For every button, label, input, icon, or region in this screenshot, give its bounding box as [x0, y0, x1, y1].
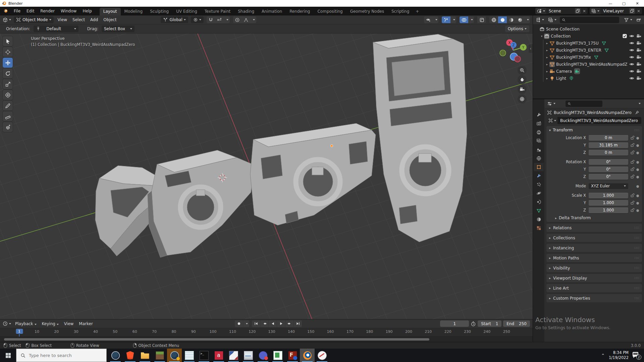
current-frame-field[interactable]: 1 [440, 320, 469, 327]
hide-eye-icon[interactable] [629, 48, 634, 53]
outliner-row-object-selected[interactable]: ▸ BucklingMT3V3_WeirdAssNumpadZ [533, 61, 644, 68]
options-button[interactable]: Options [505, 25, 529, 32]
tab-object-data[interactable] [534, 206, 544, 215]
properties-editor-type-button[interactable] [544, 101, 557, 106]
outliner-row-object[interactable]: ▸ BuckingMT3V3_175U [533, 40, 644, 47]
tab-geometry-nodes[interactable]: Geometry Nodes [346, 8, 388, 15]
tab-compositing[interactable]: Compositing [314, 8, 346, 15]
pan-view-button[interactable] [518, 75, 527, 84]
collection-checkbox[interactable] [622, 34, 627, 39]
jump-to-start-button[interactable] [252, 320, 260, 327]
lock-icon[interactable] [630, 135, 635, 140]
outliner-row-object[interactable]: ▸ BuckingMT3V3fix [533, 54, 644, 61]
delta-transform-section[interactable]: ▸ Delta Transform [546, 214, 642, 222]
hide-eye-icon[interactable] [629, 62, 634, 67]
proportional-dropdown[interactable] [251, 16, 256, 23]
tab-sculpting[interactable]: Sculpting [146, 8, 172, 15]
outliner-row-scene-collection[interactable]: Scene Collection [533, 25, 644, 33]
tab-shading[interactable]: Shading [234, 8, 258, 15]
timeline-scrollbar[interactable] [4, 338, 429, 341]
shading-dropdown[interactable] [524, 16, 530, 23]
tab-material[interactable] [534, 215, 544, 224]
hide-eye-icon[interactable] [629, 34, 634, 39]
add-workspace-button[interactable]: + [413, 8, 422, 15]
rotation-mode-dropdown[interactable]: XYZ Euler [589, 183, 628, 189]
taskbar-app-blender[interactable] [300, 349, 315, 362]
scale-y-field[interactable]: 1.000 [589, 200, 628, 206]
section-relations[interactable]: ▸Relations∷∷ [546, 224, 642, 232]
taskbar-app-minecraft[interactable] [152, 349, 167, 362]
tab-output[interactable] [534, 128, 544, 136]
tab-world[interactable] [534, 154, 544, 163]
tab-scripting[interactable]: Scripting [388, 8, 413, 15]
scene-copy-button[interactable] [575, 8, 581, 14]
disable-render-camera-icon[interactable] [636, 69, 641, 74]
timeline-editor-type-button[interactable] [0, 321, 12, 326]
taskbar-search[interactable] [16, 349, 107, 362]
menu-object[interactable]: Object [101, 17, 119, 22]
section-collections[interactable]: ▸Collections∷∷ [546, 234, 642, 242]
new-collection-button[interactable] [634, 17, 643, 22]
taskbar-app-flash-tool[interactable] [285, 349, 300, 362]
frame-start-field[interactable]: Start 1 [478, 320, 501, 327]
tab-tool[interactable] [534, 111, 544, 119]
playhead[interactable]: 1 [16, 329, 23, 334]
hide-eye-icon[interactable] [629, 69, 634, 74]
editor-type-button[interactable] [0, 17, 12, 22]
outliner-row-object[interactable]: ▸ BuckingMT3V3_ENTER [533, 47, 644, 54]
navigation-gizmo[interactable]: X Z Y [498, 37, 528, 67]
rotation-z-field[interactable]: 0° [589, 174, 628, 180]
timeline-view-menu[interactable]: View [61, 321, 76, 326]
taskbar-app-brave[interactable] [123, 349, 138, 362]
gizmo-axis-x-neg[interactable] [515, 56, 521, 62]
prev-keyframe-button[interactable] [260, 320, 268, 327]
lock-icon[interactable] [630, 200, 635, 205]
play-button[interactable] [277, 320, 285, 327]
tab-layout[interactable]: Layout [100, 8, 121, 15]
collection-expand-icon[interactable]: ▾ [540, 35, 544, 38]
tab-particles[interactable] [534, 180, 544, 189]
section-instancing[interactable]: ▸Instancing∷∷ [546, 244, 642, 252]
snap-toggle[interactable] [207, 16, 215, 23]
tool-select-box[interactable] [3, 36, 13, 46]
outliner-search-input[interactable] [567, 17, 617, 22]
playback-menu[interactable]: Playback [12, 321, 39, 326]
location-y-field[interactable]: 31.185 m [589, 142, 628, 148]
disable-render-camera-icon[interactable] [636, 41, 641, 46]
tab-texture-paint[interactable]: Texture Paint [201, 8, 234, 15]
rotation-x-field[interactable]: 0° [589, 159, 628, 165]
section-custom-properties[interactable]: ▸Custom Properties∷∷ [546, 294, 642, 302]
menu-view[interactable]: View [55, 17, 70, 22]
taskbar-app-notepad[interactable] [182, 349, 197, 362]
object-name-value[interactable]: BucklingMT3V3_WeirdAssNumpadZero [557, 118, 641, 123]
outliner-row-collection[interactable]: ▾ Collection [533, 33, 644, 40]
transform-orientation-dropdown[interactable]: Global [161, 16, 188, 23]
lock-icon[interactable] [630, 174, 635, 179]
taskbar-clock[interactable]: 8:34 PM 1/19/2022 [609, 350, 629, 360]
timeline-ruler[interactable]: 1 10203040506070809010011012013014015016… [0, 328, 533, 337]
taskbar-app-system-monitor[interactable] [241, 349, 256, 362]
marker-menu[interactable]: Marker [76, 321, 95, 326]
properties-search-input[interactable] [573, 101, 600, 106]
blender-menu-icon[interactable] [3, 9, 8, 13]
tab-uv-editing[interactable]: UV Editing [172, 8, 201, 15]
object-name-field[interactable]: BucklingMT3V3_WeirdAssNumpadZero [547, 117, 641, 124]
scale-x-field[interactable]: 1.000 [589, 193, 628, 198]
menu-render[interactable]: Render [37, 7, 58, 15]
frame-end-field[interactable]: End 250 [503, 320, 530, 327]
outliner-row-camera[interactable]: ▸ Camera [533, 68, 644, 75]
tool-rotate[interactable] [3, 68, 13, 78]
shading-solid-button[interactable] [498, 16, 507, 23]
mode-dropdown[interactable]: Object Mode [14, 16, 54, 23]
viewport-canvas[interactable] [0, 34, 533, 319]
scene-selector[interactable]: Scene [535, 8, 588, 14]
object-visibility-button[interactable] [424, 16, 433, 23]
taskbar-app-steam-active[interactable] [167, 349, 182, 362]
taskbar-app-discord[interactable] [256, 349, 270, 362]
orientation-setting-dropdown[interactable]: Default [34, 25, 78, 32]
tab-texture[interactable] [534, 224, 544, 232]
outliner-search[interactable] [560, 17, 619, 23]
tab-animation[interactable]: Animation [258, 8, 286, 15]
proportional-falloff-button[interactable] [242, 16, 251, 23]
outliner-display-mode-button[interactable] [545, 17, 558, 22]
